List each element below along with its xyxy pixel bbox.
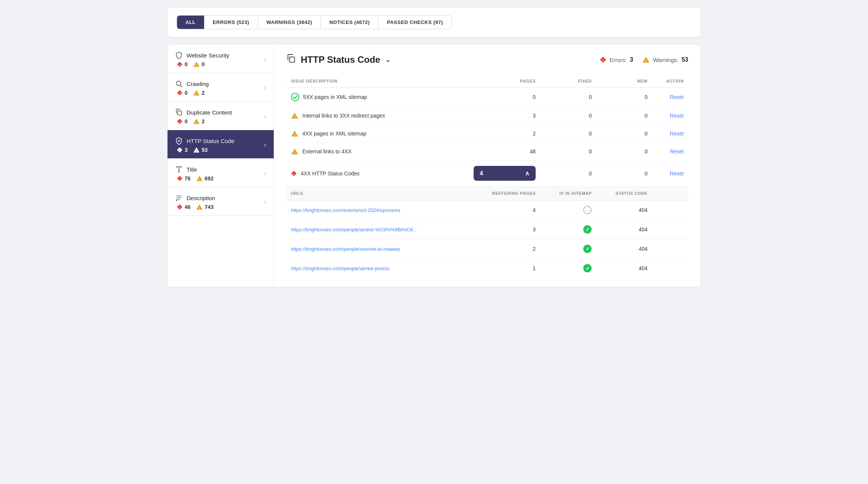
url-link-4[interactable]: https://brightonseo.com/people/aimee-jon… [291,266,389,271]
warn-count-http: ! 53 [193,147,208,153]
warn-triangle-icon: ! [193,90,200,96]
tab-warnings[interactable]: WARNINGS (3642) [258,16,321,29]
url-link-3[interactable]: https://brightonseo.com/people/noemie-el… [291,246,400,252]
page-title: HTTP Status Code [301,54,380,65]
pages-cell-expanded: 4 ∧ [469,161,540,186]
reset-button-4xx-sitemap[interactable]: Reset [670,131,684,137]
fixed-cell: 0 [540,125,596,143]
issue-cell: ! 4XX pages in XML sitemap [286,125,469,143]
chevron-right-icon: › [264,199,266,205]
warnings-label: Warnings: [653,57,678,63]
col-fixed: FIXED [540,75,596,88]
error-count-crawling: ! 0 [177,90,188,96]
content-area: HTTP Status Code ⌄ ! Errors: 3 [274,45,700,287]
table-header-row: ISSUE DESCRIPTION PAGES FIXED NEW ACTION [286,75,688,88]
sidebar-item-title-text: HTTP Status Code [187,138,235,144]
issue-cell: ! External links to 4XX [286,143,469,161]
sidebar-item-title-text: Crawling [187,81,209,87]
content-header: HTTP Status Code ⌄ ! Errors: 3 [286,54,688,66]
check-circle-green-icon [291,93,299,101]
url-cell: https://brightonseo.com/people/aimee-jon… [286,259,469,278]
chevron-right-icon: › [264,56,266,63]
svg-text:!: ! [603,58,604,62]
sidebar-item-title-text: Description [187,195,215,201]
referring-cell: 2 [469,239,540,259]
pages-cell: 0 [469,88,540,107]
main-layout: Website Security ! 0 [168,45,700,287]
sub-col-urls: URLS [286,186,469,201]
sitemap-status-check-icon: ✓ [583,245,592,253]
url-link-1[interactable]: https://brightonseo.com/events/oct-2024/… [291,207,400,213]
new-cell-expanded: 0 [596,161,652,186]
referring-cell: 1 [469,259,540,278]
error-diamond-icon: ! [177,204,183,210]
svg-text:!: ! [294,151,295,154]
sidebar-item-crawling[interactable]: Crawling ! 0 [168,73,274,102]
url-link-2[interactable]: https://brightonseo.com/people/andrei-%C… [291,227,417,232]
errors-stat: ! Errors: 3 [600,56,633,63]
chevron-right-icon: › [264,142,266,148]
tab-errors[interactable]: ERRORS (523) [204,16,258,29]
tab-passed[interactable]: PASSED CHECKS (97) [378,16,451,29]
issue-cell: ! Internal links to 3XX redirect pages [286,107,469,125]
warn-triangle-stat-icon: ! [642,56,650,63]
warn-count-crawling: ! 2 [193,90,205,96]
svg-rect-10 [178,111,182,115]
dropdown-arrow-icon[interactable]: ⌄ [385,56,391,64]
expand-button[interactable]: 4 ∧ [474,166,536,181]
sidebar-item-http-status-code[interactable]: HTTP Status Code ! 3 [168,130,274,159]
issue-text: 4XX HTTP Status Codes [301,170,360,177]
sub-col-sitemap: IS IN SITEMAP [540,186,596,201]
fixed-cell: 0 [540,143,596,161]
issue-text: 5XX pages in XML sitemap [303,94,367,100]
status-code-cell: 404 [596,259,652,278]
sitemap-cell: ✓ [540,220,596,239]
new-cell: 0 [596,125,652,143]
sidebar-item-duplicate-content[interactable]: Duplicate Content ! 0 [168,102,274,130]
reset-button-3xx[interactable]: Reset [670,113,684,119]
error-count-http: ! 3 [177,147,188,153]
pages-cell: 2 [469,125,540,143]
sidebar-item-title[interactable]: Title ! 76 [168,159,274,187]
tab-notices[interactable]: NOTICES (4672) [321,16,378,29]
fixed-cell: 0 [540,88,596,107]
sidebar-item-description[interactable]: Description ! 46 [168,187,274,216]
svg-text:!: ! [179,92,180,95]
issues-table: ISSUE DESCRIPTION PAGES FIXED NEW ACTION [286,75,688,278]
col-issue-description: ISSUE DESCRIPTION [286,75,469,88]
sub-table-row: https://brightonseo.com/events/oct-2024/… [286,201,688,220]
error-count-website-security: ! 0 [177,61,188,67]
sub-col-status: STATUS CODE [596,186,652,201]
svg-text:!: ! [294,172,295,175]
errors-value: 3 [630,56,633,63]
fixed-cell-expanded: 0 [540,161,596,186]
issue-cell-expanded: ! 4XX HTTP Status Codes [286,161,469,186]
svg-text:!: ! [196,121,197,124]
tab-all[interactable]: ALL [177,16,204,29]
sidebar-item-title-text: Title [187,166,197,173]
svg-text:!: ! [196,92,197,96]
sitemap-cell: ✓ [540,239,596,259]
status-code-cell: 404 [596,220,652,239]
svg-rect-27 [290,57,295,62]
reset-button-external-4xx[interactable]: Reset [670,148,684,154]
sub-table-header-row: URLS REFFERING PAGES IS IN SITEMAP STATU… [286,186,688,201]
svg-text:!: ! [646,59,647,63]
col-new: NEW [596,75,652,88]
warn-count-website-security: ! 0 [193,61,205,67]
url-cell: https://brightonseo.com/people/andrei-%C… [286,220,469,239]
warnings-stat: ! Warnings: 53 [642,56,688,63]
issue-text: External links to 4XX [302,148,351,154]
error-diamond-icon: ! [177,175,183,182]
reset-button-4xx-http[interactable]: Reset [670,170,684,177]
sitemap-cell: ✓ [540,259,596,278]
svg-text:!: ! [199,207,200,210]
header-stats: ! Errors: 3 ! Warnings: 53 [600,56,688,63]
reset-button-5xx[interactable]: Reset [670,94,684,100]
sidebar-item-website-security[interactable]: Website Security ! 0 [168,45,274,73]
warn-triangle-white-icon: ! [193,147,200,153]
status-code-cell: 404 [596,201,652,220]
error-diamond-white-icon: ! [177,147,183,153]
sub-table-row: https://brightonseo.com/people/andrei-%C… [286,220,688,239]
col-action: ACTION [652,75,688,88]
